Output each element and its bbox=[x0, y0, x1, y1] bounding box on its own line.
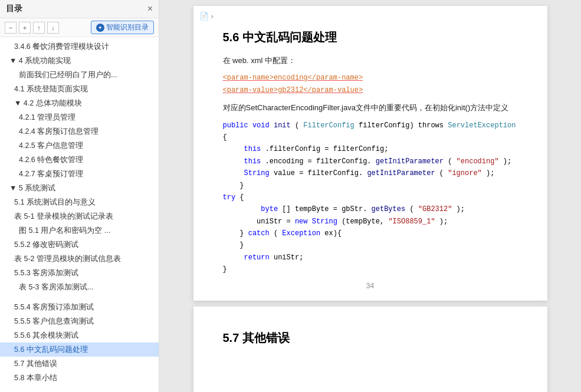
sidebar-header: 目录 × bbox=[0, 0, 159, 18]
keyword-return: return bbox=[244, 253, 270, 262]
code-line-1: public void init ( FilterConfig filterCo… bbox=[223, 120, 518, 144]
toc-item-4-2-5[interactable]: 4.2.5 客户信息管理 bbox=[0, 139, 159, 153]
code-line-4: String value = filterConfig. getInitPara… bbox=[223, 167, 518, 179]
xml-gb2312-value: gb2312 bbox=[278, 86, 303, 94]
toc-item-4-2-1[interactable]: 4.2.1 管理员管理 bbox=[0, 110, 159, 124]
page-34: 📄 › 5.6 中文乱码问题处理 在 web. xml 中配置： <param-… bbox=[193, 6, 547, 301]
close-icon[interactable]: × bbox=[147, 4, 153, 14]
toc-item-5[interactable]: ▼ 5 系统测试 bbox=[0, 181, 159, 195]
toc-item-5-5-5[interactable]: 5.5.5 客户信息查询测试 bbox=[0, 314, 159, 328]
expand-all-button[interactable]: + bbox=[19, 22, 31, 34]
xml-param-value-close: </param-value> bbox=[303, 86, 363, 94]
sidebar: 目录 × − + ↑ ↓ ✦ 智能识别目录 3.4.6 餐饮消费管理模块设计▼ … bbox=[0, 0, 159, 392]
code-line-12: } bbox=[223, 263, 518, 275]
scroll-down-button[interactable]: ↓ bbox=[47, 22, 59, 34]
doc-icon: 📄 bbox=[199, 12, 209, 21]
ai-button-label: 智能识别目录 bbox=[106, 22, 149, 32]
keyword-try: try bbox=[223, 193, 236, 202]
toc-item-4-2-6[interactable]: 4.2.6 特色餐饮管理 bbox=[0, 153, 159, 167]
toc-item-5-5-6[interactable]: 5.5.6 其余模块测试 bbox=[0, 328, 159, 342]
arrow-icon: › bbox=[211, 12, 214, 21]
toc-item-5-8[interactable]: 5.8 本章小结 bbox=[0, 371, 159, 385]
main-content-area: 📄 › 5.6 中文乱码问题处理 在 web. xml 中配置： <param-… bbox=[159, 0, 581, 392]
keyword-catch: catch bbox=[248, 229, 270, 238]
code-line-11: return uniStr; bbox=[223, 252, 518, 263]
toc-item-4-1[interactable]: 4.1 系统登陆页面实现 bbox=[0, 82, 159, 96]
toc-list: 3.4.6 餐饮消费管理模块设计▼ 4 系统功能实现前面我们已经明白了用户的..… bbox=[0, 37, 159, 392]
section-5-7-title: 5.7 其他错误 bbox=[223, 330, 518, 346]
page-toolbar: 📄 › bbox=[199, 12, 214, 21]
toc-item-4-intro[interactable]: 前面我们已经明白了用户的... bbox=[0, 68, 159, 82]
xml-line-2: <param-value>gb2312</param-value> bbox=[223, 84, 518, 96]
toc-item-5-1-fig[interactable]: 图 5.1 用户名和密码为空 ... bbox=[0, 223, 159, 238]
toc-item-4-2-4[interactable]: 4.2.4 客房预订信息管理 bbox=[0, 124, 159, 139]
string-iso: "ISO8859_1" bbox=[388, 218, 435, 226]
code-line-3: this .encoding = filterConfig. getInitPa… bbox=[223, 156, 518, 167]
desc-text: 对应的SetCharacterEncodingFilter.java文件中的重要… bbox=[223, 101, 518, 114]
type-string2: String bbox=[312, 218, 337, 226]
collapse-all-button[interactable]: − bbox=[5, 22, 17, 34]
toc-item-5-t1[interactable]: 表 5-1 登录模块的测试记录表 bbox=[0, 209, 159, 223]
xml-encoding-value: encoding bbox=[274, 74, 308, 82]
code-line-9: } catch ( Exception ex){ bbox=[223, 228, 518, 239]
code-line-2: this .filterConfig = filterConfig; bbox=[223, 143, 518, 155]
xml-config-block: <param-name>encoding</param-name> <param… bbox=[223, 72, 518, 96]
xml-param-name-close: </param-name> bbox=[308, 74, 363, 82]
page-35: 5.7 其他错误 bbox=[193, 307, 547, 392]
toc-item-5-7[interactable]: 5.7 其他错误 bbox=[0, 357, 159, 371]
xml-param-name-open: <param-name> bbox=[223, 74, 274, 82]
class-servletexception: ServletException bbox=[448, 121, 516, 130]
keyword-throws: throws bbox=[418, 121, 444, 130]
type-string: String bbox=[244, 169, 270, 177]
code-line-8: uniStr = new String (tempByte, "ISO8859_… bbox=[223, 216, 518, 228]
method-getinitparam1: getInitParameter bbox=[376, 157, 444, 166]
code-line-6: try { bbox=[223, 192, 518, 203]
type-byte-arr: byte bbox=[261, 205, 278, 213]
scroll-up-button[interactable]: ↑ bbox=[33, 22, 45, 34]
method-getbytes: getBytes bbox=[372, 205, 406, 213]
xml-param-value-open: <param-value> bbox=[223, 86, 278, 94]
string-encoding: "encoding" bbox=[457, 157, 499, 166]
type-exception: Exception bbox=[282, 229, 320, 238]
sidebar-toolbar: − + ↑ ↓ ✦ 智能识别目录 bbox=[0, 18, 159, 37]
toc-item-4[interactable]: ▼ 4 系统功能实现 bbox=[0, 54, 159, 68]
string-ignore: "ignore" bbox=[448, 169, 482, 177]
class-filterconfig: FilterConfig bbox=[303, 121, 354, 130]
keyword-public: public bbox=[223, 121, 248, 130]
sidebar-title: 目录 bbox=[6, 4, 22, 14]
code-line-7: byte [] tempByte = gbStr. getBytes ( "GB… bbox=[223, 203, 518, 215]
toc-item-5-5-4[interactable]: 5.5.4 客房预订添加测试 bbox=[0, 300, 159, 314]
toc-item-5-6[interactable]: 5.6 中文乱码问题处理 bbox=[0, 342, 159, 357]
page-number-34: 34 bbox=[366, 282, 374, 290]
toc-item-5-5-2[interactable]: 5.5.2 修改密码测试 bbox=[0, 238, 159, 252]
ai-recognize-button[interactable]: ✦ 智能识别目录 bbox=[91, 21, 154, 34]
toc-item-5-t2[interactable]: 表 5-2 管理员模块的测试信息表 bbox=[0, 252, 159, 266]
toc-item-5-1[interactable]: 5.1 系统测试目的与意义 bbox=[0, 195, 159, 209]
keyword-this1: this bbox=[244, 145, 261, 153]
keyword-this2: this bbox=[244, 157, 261, 166]
toc-item-5-5-3[interactable]: 5.5.3 客房添加测试 bbox=[0, 266, 159, 280]
code-line-5: } bbox=[223, 180, 518, 192]
string-gb2312: "GB2312" bbox=[418, 205, 452, 213]
method-init: init bbox=[274, 121, 291, 130]
keyword-new: new bbox=[295, 218, 308, 226]
toc-item-4-2[interactable]: ▼ 4.2 总体功能模块 bbox=[0, 96, 159, 110]
ai-icon: ✦ bbox=[96, 24, 104, 32]
code-line-10: } bbox=[223, 239, 518, 251]
xml-line-1: <param-name>encoding</param-name> bbox=[223, 72, 518, 84]
section-5-6-title: 5.6 中文乱码问题处理 bbox=[223, 29, 518, 45]
toc-item-3-4-6[interactable]: 3.4.6 餐饮消费管理模块设计 bbox=[0, 39, 159, 54]
method-getinitparam2: getInitParameter bbox=[367, 169, 435, 177]
toc-item-4-2-7[interactable]: 4.2.7 客桌预订管理 bbox=[0, 167, 159, 181]
keyword-void: void bbox=[252, 121, 270, 130]
intro-text: 在 web. xml 中配置： bbox=[223, 54, 518, 67]
java-code-block: public void init ( FilterConfig filterCo… bbox=[223, 120, 518, 276]
toc-item-5-t3[interactable]: 表 5-3 客房添加测试... bbox=[0, 280, 159, 294]
